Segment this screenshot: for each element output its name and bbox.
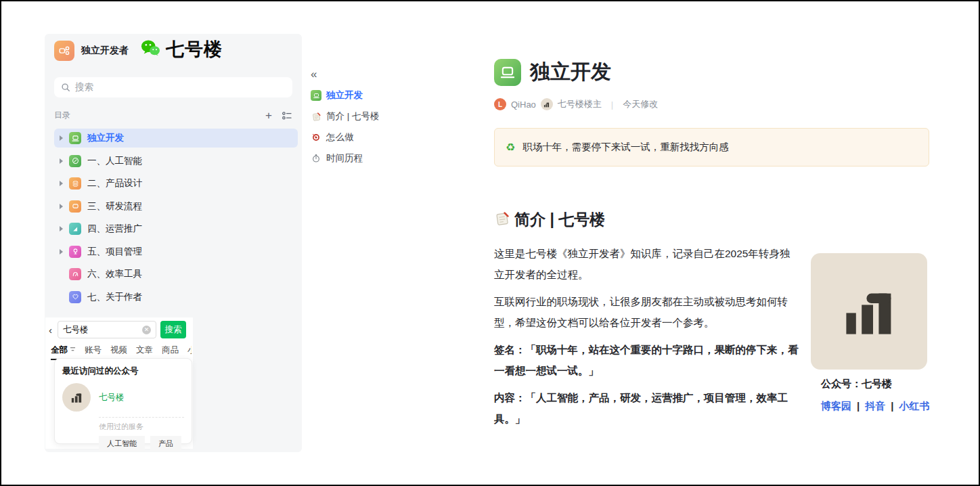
workspace-logo-icon <box>54 41 74 61</box>
back-icon[interactable]: ‹ <box>47 324 53 336</box>
section-heading: 简介 | 七号楼 <box>494 209 931 230</box>
laptop-icon <box>311 90 321 101</box>
account-logo-card <box>811 253 927 370</box>
content-paragraph: 内容：「人工智能，产品，研发，运营推广，项目管理，效率工具。」 <box>494 387 797 429</box>
signature-paragraph: 签名：「职场十年，站在这个重要的十字路口，果断的停下来，看一看想一想试一试。」 <box>494 339 800 381</box>
caret-icon[interactable] <box>60 158 63 164</box>
hand-icon <box>69 268 81 280</box>
list-settings-icon[interactable] <box>282 110 292 121</box>
directory-label: 目录 <box>54 110 70 121</box>
link-xiaohongshu[interactable]: 小红书 <box>899 400 929 412</box>
dashed-divider <box>99 417 184 418</box>
caret-icon[interactable] <box>60 226 63 231</box>
paragraph: 互联网行业的职场现状，让很多朋友都在主动或被动思考如何转型，希望这份文档可以给各… <box>494 291 794 333</box>
document-body: 独立开发 L QiHao 七号楼楼主 | 今天修改 ♻ 职场十年，需要停下来试一… <box>494 58 931 429</box>
owner-badge-icon <box>541 98 553 110</box>
directory-header: 目录 + <box>54 110 292 121</box>
toc-item-timeline[interactable]: 时间历程 <box>311 152 412 164</box>
caret-icon[interactable] <box>60 204 63 209</box>
dart-icon <box>311 132 321 143</box>
author-avatar: L <box>494 98 506 110</box>
chart-icon <box>69 223 81 235</box>
heart-icon <box>69 291 81 303</box>
callout-banner: ♻ 职场十年，需要停下来试一试，重新找找方向感 <box>494 128 929 167</box>
workspace-name: 独立开发者 <box>81 45 129 57</box>
service-tag[interactable]: 人工智能 <box>99 436 145 451</box>
search-icon <box>61 83 70 92</box>
search-placeholder: 搜索 <box>75 81 93 93</box>
tree-item-duli-kaifa[interactable]: 独立开发 <box>54 129 298 148</box>
tree-item-marketing[interactable]: 四、运营推广 <box>54 219 298 238</box>
doc-meta: L QiHao 七号楼楼主 | 今天修改 <box>494 98 931 110</box>
compass-icon <box>69 155 81 167</box>
paragraph: 这里是七号楼《独立开发者》知识库，记录自己在2025年转身独立开发者的全过程。 <box>494 243 794 285</box>
modified-time: 今天修改 <box>623 98 658 110</box>
link-divider: | <box>891 400 893 412</box>
external-links: 博客园|抖音|小红书 <box>821 400 929 413</box>
sidebar-search-input[interactable]: 搜索 <box>54 77 292 97</box>
laptop-icon <box>494 59 521 86</box>
clear-icon[interactable]: ✕ <box>142 326 151 334</box>
wechat-search-button[interactable]: 搜索 <box>160 321 186 338</box>
account-name: 七号楼 <box>99 392 125 403</box>
stopwatch-icon <box>311 153 321 164</box>
app-window: 独立开发者 七号楼 搜索 目录 + 独立开发 <box>0 0 980 486</box>
bar-chart-logo <box>837 279 901 344</box>
caret-icon[interactable] <box>60 181 63 186</box>
wechat-search-overlay: ‹ 七号楼 ✕ 搜索 全部 账号 视频 文章 商品 小店 问 最近访问过的公众号… <box>45 317 193 449</box>
add-page-icon[interactable]: + <box>265 110 272 121</box>
wechat-title-badge: 七号楼 <box>140 37 223 62</box>
memo-icon <box>494 211 510 229</box>
meta-divider: | <box>611 100 613 110</box>
directory-tree: 独立开发 一、人工智能 二、产品设计 三、研发流程 四、运营推广 <box>54 129 298 310</box>
tree-item-tools[interactable]: 六、效率工具 <box>54 265 298 284</box>
link-divider: | <box>857 400 860 412</box>
wechat-title-text: 七号楼 <box>166 37 223 62</box>
toc-panel: « 独立开发 简介 | 七号楼 怎么做 时间历程 <box>311 68 412 173</box>
workspace-header[interactable]: 独立开发者 <box>54 41 129 61</box>
service-tag[interactable]: 产品 <box>150 436 181 451</box>
tree-item-product[interactable]: 二、产品设计 <box>54 174 298 193</box>
recent-accounts-card: 最近访问过的公众号 七号楼 使用过的服务 人工智能 产品 <box>54 358 192 444</box>
tree-item-author[interactable]: 七、关于作者 <box>54 288 298 307</box>
tree-item-project[interactable]: 五、项目管理 <box>54 242 298 261</box>
wechat-search-input[interactable]: 七号楼 ✕ <box>58 321 156 338</box>
card-icon <box>69 200 81 213</box>
page-title: 独立开发 <box>530 58 611 86</box>
account-avatar <box>62 383 91 412</box>
recent-accounts-title: 最近访问过的公众号 <box>62 366 184 377</box>
caret-placeholder <box>60 294 63 300</box>
link-cnblogs[interactable]: 博客园 <box>821 400 851 412</box>
toc-item-duli-kaifa[interactable]: 独立开发 <box>311 89 412 102</box>
owner-badge[interactable]: 七号楼楼主 <box>558 98 602 110</box>
callout-text: 职场十年，需要停下来试一试，重新找找方向感 <box>522 141 729 154</box>
section-heading-text: 简介 | 七号楼 <box>514 209 605 230</box>
recycle-icon: ♻ <box>506 141 515 154</box>
caret-placeholder <box>60 271 63 277</box>
author-name[interactable]: QiHao <box>511 100 536 110</box>
tree-item-ai[interactable]: 一、人工智能 <box>54 152 298 171</box>
filter-icon <box>70 347 76 352</box>
wechat-search-query: 七号楼 <box>63 324 89 336</box>
memo-icon <box>311 111 321 122</box>
wechat-logo-icon <box>140 39 160 60</box>
caret-icon[interactable] <box>60 135 63 141</box>
services-label: 使用过的服务 <box>99 422 184 432</box>
layers-icon <box>69 177 81 190</box>
toc-item-intro[interactable]: 简介 | 七号楼 <box>311 110 412 123</box>
trophy-icon <box>69 246 81 258</box>
account-card-label: 公众号：七号楼 <box>821 378 892 391</box>
collapse-toc-icon[interactable]: « <box>311 68 412 81</box>
caret-icon[interactable] <box>60 249 63 255</box>
account-row[interactable]: 七号楼 <box>62 383 184 412</box>
link-douyin[interactable]: 抖音 <box>865 400 885 412</box>
toc-item-how[interactable]: 怎么做 <box>311 131 412 143</box>
tree-item-dev[interactable]: 三、研发流程 <box>54 197 298 216</box>
laptop-icon <box>69 132 81 144</box>
